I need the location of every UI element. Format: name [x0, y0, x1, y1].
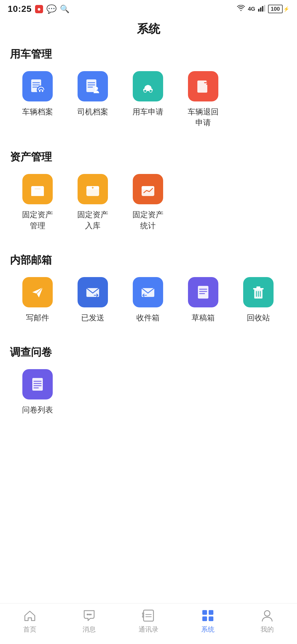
nav-mine[interactable]: 我的: [238, 608, 297, 634]
svg-point-10: [42, 91, 43, 92]
trash-icon-wrap: [243, 277, 274, 307]
car-return-label: 车辆退回申请: [188, 106, 219, 128]
svg-rect-59: [202, 616, 207, 621]
message-icon: [82, 608, 96, 623]
sent-icon-wrap: [78, 277, 108, 307]
status-bar: 10:25 ● 💬 🔍 4G 100 ⚡: [0, 0, 297, 16]
survey-list-label: 问卷列表: [22, 404, 53, 415]
email-grid: 写邮件 已发送: [10, 277, 287, 332]
nav-contacts-label: 通讯录: [139, 625, 158, 634]
svg-point-61: [264, 611, 270, 616]
section-car-management: 用车管理: [10, 47, 287, 137]
fixed-asset-mgmt-item[interactable]: 固定资产管理: [10, 174, 65, 231]
nav-message[interactable]: 消息: [59, 608, 119, 634]
fixed-asset-mgmt-label: 固定资产管理: [22, 209, 53, 231]
nav-system-label: 系统: [201, 625, 214, 634]
svg-point-49: [87, 614, 88, 615]
nav-home[interactable]: 首页: [0, 608, 59, 634]
signal-4g-icon: 4G: [248, 6, 255, 12]
svg-rect-57: [202, 610, 207, 615]
svg-rect-40: [256, 286, 260, 289]
section-title-asset: 资产管理: [10, 150, 287, 164]
svg-point-50: [88, 614, 90, 615]
page-title: 系统: [0, 16, 297, 44]
svg-rect-0: [258, 9, 259, 12]
svg-rect-19: [147, 87, 151, 89]
car-apply-item[interactable]: 用车申请: [120, 71, 176, 128]
nav-contacts[interactable]: 通讯录: [119, 608, 178, 634]
search-status-icon: 🔍: [60, 4, 70, 14]
svg-point-15: [95, 87, 98, 90]
section-survey: 调查问卷 问卷列表: [10, 345, 287, 424]
signal-bars-icon: [258, 5, 265, 13]
section-title-email: 内部邮箱: [10, 253, 287, 267]
compose-icon-wrap: [22, 277, 53, 307]
main-content: 用车管理: [0, 44, 297, 644]
vehicle-files-icon-wrap: [22, 71, 53, 101]
status-left: 10:25 ● 💬 🔍: [8, 4, 70, 14]
driver-files-item[interactable]: 司机档案: [65, 71, 120, 128]
battery-icon: 100 ⚡: [268, 5, 289, 13]
drafts-label: 草稿箱: [192, 312, 215, 323]
section-internal-email: 内部邮箱 写邮件: [10, 253, 287, 332]
svg-rect-52: [144, 610, 153, 621]
compose-email-item[interactable]: 写邮件: [10, 277, 65, 323]
section-asset-management: 资产管理 固定资产管理: [10, 150, 287, 240]
inbox-label: 收件箱: [136, 312, 160, 323]
driver-files-label: 司机档案: [77, 106, 108, 117]
driver-files-icon-wrap: [78, 71, 108, 101]
svg-rect-29: [92, 187, 93, 189]
svg-point-51: [90, 614, 92, 615]
asset-management-grid: 固定资产管理 固定资产入库: [10, 174, 287, 240]
svg-point-17: [144, 90, 147, 92]
vehicle-files-label: 车辆档案: [22, 106, 53, 117]
inbox-item[interactable]: 收件箱: [120, 277, 176, 323]
contacts-icon: [141, 608, 156, 623]
sent-email-item[interactable]: 已发送: [65, 277, 120, 323]
section-title-car: 用车管理: [10, 47, 287, 61]
notification-badge: ●: [35, 5, 43, 13]
svg-rect-58: [209, 610, 213, 615]
fixed-asset-stats-item[interactable]: 固定资产统计: [120, 174, 176, 231]
car-return-item[interactable]: 车辆退回申请: [176, 71, 231, 128]
fixed-asset-in-item[interactable]: 固定资产入库: [65, 174, 120, 231]
status-time: 10:25: [8, 4, 32, 14]
compose-label: 写邮件: [26, 312, 49, 323]
fixed-asset-in-icon-wrap: [78, 174, 108, 204]
car-apply-label: 用车申请: [132, 106, 163, 117]
svg-rect-24: [31, 188, 44, 196]
svg-rect-3: [264, 5, 265, 12]
svg-rect-1: [260, 7, 261, 12]
vehicle-files-item[interactable]: 车辆档案: [10, 71, 65, 128]
system-icon: [201, 608, 215, 623]
nav-mine-label: 我的: [261, 625, 274, 634]
fixed-asset-mgmt-icon-wrap: [22, 174, 53, 204]
section-title-survey: 调查问卷: [10, 345, 287, 359]
svg-point-9: [39, 91, 41, 92]
trash-label: 回收站: [247, 312, 270, 323]
survey-list-icon-wrap: [22, 369, 53, 399]
nav-system[interactable]: 系统: [178, 608, 238, 634]
status-icons-right: 4G 100 ⚡: [237, 5, 289, 13]
car-management-grid: 车辆档案 司机档案: [10, 71, 287, 137]
svg-point-18: [149, 90, 152, 92]
survey-grid: 问卷列表: [10, 369, 287, 424]
survey-list-item[interactable]: 问卷列表: [10, 369, 65, 415]
fixed-asset-in-label: 固定资产入库: [77, 209, 108, 231]
nav-message-label: 消息: [83, 625, 96, 634]
wifi-icon: [237, 5, 245, 13]
mine-icon: [260, 608, 274, 623]
chat-bubble-icon: 💬: [46, 4, 57, 14]
home-icon: [23, 608, 37, 623]
drafts-item[interactable]: 草稿箱: [176, 277, 231, 323]
trash-item[interactable]: 回收站: [231, 277, 286, 323]
drafts-icon-wrap: [188, 277, 218, 307]
fixed-asset-stats-icon-wrap: [133, 174, 163, 204]
nav-home-label: 首页: [23, 625, 36, 634]
sent-label: 已发送: [81, 312, 104, 323]
car-return-icon-wrap: [188, 71, 218, 101]
svg-rect-2: [262, 6, 263, 12]
car-apply-icon-wrap: [133, 71, 163, 101]
svg-rect-34: [198, 286, 208, 299]
svg-rect-60: [209, 616, 213, 621]
